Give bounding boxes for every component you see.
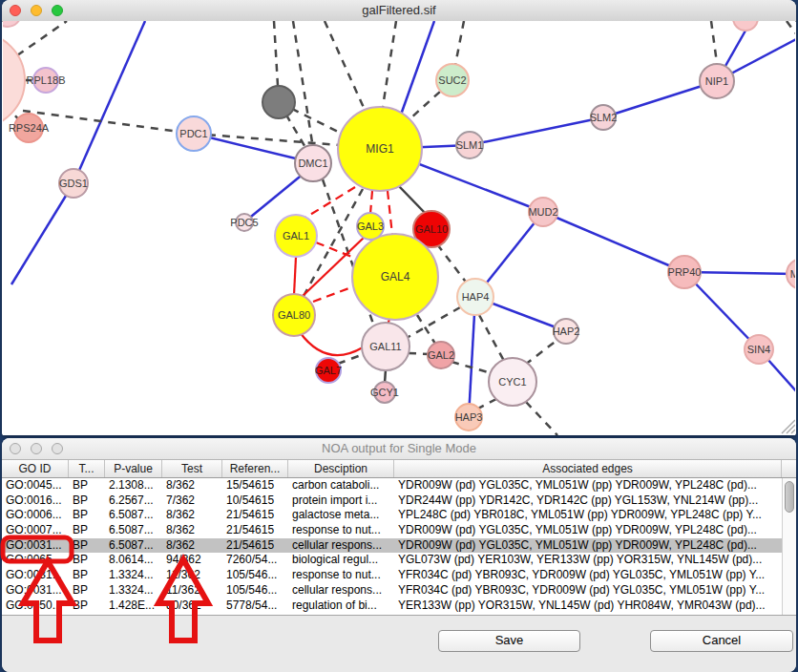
table-cell: BP [69, 523, 105, 538]
save-button[interactable]: Save [438, 630, 580, 652]
table-row[interactable]: GO:0007...BP6.5087...8/36221/54615respon… [2, 523, 782, 538]
edge-dash[interactable] [293, 21, 315, 160]
node-big-left[interactable] [3, 32, 25, 128]
table-cell: 94/362 [162, 553, 222, 568]
table-cell: cellular respons... [288, 538, 394, 554]
edge-dark[interactable] [398, 185, 426, 214]
column-header-associated-edges[interactable]: Associated edges [394, 460, 782, 477]
cancel-button[interactable]: Cancel [650, 630, 793, 652]
edge-dash[interactable] [787, 21, 795, 36]
edge-rdash[interactable] [305, 187, 355, 218]
table-cell: YPL248C (pd) YBR018C, YML051W (pp) YDR00… [394, 508, 782, 523]
edge-pp[interactable] [401, 21, 434, 115]
column-header-test[interactable]: Test [162, 460, 222, 477]
node-DMC1[interactable]: DMC1 [295, 145, 331, 181]
table-row[interactable]: GO:0031...BP6.5087...8/36221/54615cellul… [2, 538, 782, 554]
node-GAL3[interactable]: GAL3 [357, 213, 384, 240]
node-RPS24A[interactable]: RPS24A [9, 114, 50, 142]
table-row[interactable]: GO:0031...BP1.3324...11/362105/546...res… [2, 568, 782, 583]
network-graph: RPL18BRPS24AGDS1PDC1DMC1MIG1SUC2SLM1SLM2… [3, 21, 795, 435]
node-GAL2[interactable]: GAL2 [428, 342, 454, 368]
edge-red[interactable] [294, 257, 296, 295]
edge-redcurve[interactable] [300, 332, 363, 355]
node-GCY1[interactable]: GCY1 [370, 382, 399, 403]
node-NIP1[interactable]: NIP1 [700, 64, 734, 98]
edge-dash[interactable] [526, 402, 557, 435]
node-corner-tr[interactable] [733, 21, 758, 31]
edge-dark[interactable] [385, 369, 386, 383]
node-MUD2[interactable]: MUD2 [528, 198, 557, 226]
node-GAL11[interactable]: GAL11 [362, 323, 410, 370]
node-label: GAL4 [381, 270, 410, 284]
table-row[interactable]: GO:0006...BP6.5087...8/36221/54615galact… [2, 508, 782, 523]
node-label: SLM1 [456, 139, 484, 151]
edge-dash[interactable] [17, 21, 67, 55]
resize-grip[interactable] [782, 420, 795, 433]
node-MSN[interactable]: MSN [787, 259, 795, 289]
column-header-referen-[interactable]: Referen... [222, 460, 288, 477]
node-SUC2[interactable]: SUC2 [436, 64, 469, 96]
table-cell: GO:0016... [2, 494, 69, 509]
node-label: PRP40 [668, 266, 702, 278]
table-row[interactable]: GO:0016...BP6.2567...7/36210/54615protei… [2, 494, 782, 509]
node-label: SLM2 [590, 112, 618, 123]
node-HAP3[interactable]: HAP3 [455, 404, 483, 430]
node-GAL4[interactable]: GAL4 [352, 234, 438, 320]
node-SLM2[interactable]: SLM2 [590, 105, 618, 130]
edge-rdash[interactable] [313, 286, 354, 302]
edge-rdash[interactable] [370, 191, 372, 214]
edge-pp[interactable] [74, 21, 145, 183]
table-cell: BP [69, 568, 105, 583]
node-PDC1[interactable]: PDC1 [177, 116, 211, 151]
node-HAP4[interactable]: HAP4 [457, 279, 494, 315]
edge-pp[interactable] [11, 183, 74, 284]
node-SIN4[interactable]: SIN4 [745, 335, 773, 364]
column-header-p-value[interactable]: P-value [105, 460, 162, 477]
edge-dash[interactable] [479, 315, 504, 361]
vertical-scrollbar[interactable] [782, 478, 796, 615]
edge-dash[interactable] [525, 340, 557, 365]
edge-dash[interactable] [455, 21, 464, 65]
column-header-go-id[interactable]: GO ID [2, 460, 69, 477]
column-header-desciption[interactable]: Desciption [288, 460, 394, 477]
node-label: SUC2 [438, 74, 466, 86]
table-row[interactable]: GO:0031...BP1.3324...11/362105/546...cel… [2, 583, 782, 598]
edge-dash[interactable] [437, 244, 468, 284]
table-cell: 105/546... [222, 583, 288, 598]
table-cell: 80/362 [162, 598, 222, 614]
scrollbar-thumb[interactable] [785, 481, 794, 513]
node-PDC5[interactable]: PDC5 [230, 214, 258, 231]
edge-dash[interactable] [711, 21, 717, 63]
node-gray-node[interactable] [262, 86, 295, 118]
edge-pp[interactable] [470, 117, 603, 145]
node-label: HAP3 [455, 411, 483, 423]
node-MIG1[interactable]: MIG1 [338, 107, 422, 191]
node-PRP40[interactable]: PRP40 [668, 256, 702, 288]
edge-dash[interactable] [383, 21, 396, 107]
node-label: MSN [790, 268, 795, 280]
node-GDS1[interactable]: GDS1 [59, 169, 88, 198]
node-RPL18B[interactable]: RPL18B [27, 68, 66, 93]
table-row[interactable]: GO:0065...BP8.0614...94/3627260/54...bio… [2, 553, 782, 568]
node-corner-tl[interactable] [3, 21, 21, 27]
edge-dash[interactable] [325, 21, 365, 110]
edge-pp[interactable] [543, 212, 684, 272]
node-label: GCY1 [370, 387, 399, 398]
edge-rdash[interactable] [388, 191, 392, 235]
noa-window-titlebar[interactable]: NOA output for Single Mode [2, 438, 796, 460]
column-header-t-[interactable]: T... [69, 460, 105, 477]
node-GAL7[interactable]: GAL7 [315, 358, 342, 383]
node-label: GAL1 [283, 230, 309, 242]
node-GAL1[interactable]: GAL1 [275, 215, 317, 257]
table-row[interactable]: GO:0045...BP2.1308...8/36215/54615carbon… [2, 478, 782, 494]
network-window-titlebar[interactable]: galFiltered.sif [2, 0, 796, 22]
network-canvas[interactable]: RPL18BRPS24AGDS1PDC1DMC1MIG1SUC2SLM1SLM2… [3, 21, 795, 435]
node-SLM1[interactable]: SLM1 [456, 132, 484, 158]
edge-dash[interactable] [409, 353, 430, 354]
dialog-footer: Save Cancel [2, 615, 796, 672]
table-row[interactable]: GO:0050...BP1.428E...80/3625778/54...reg… [2, 598, 782, 614]
node-CYC1[interactable]: CYC1 [489, 358, 536, 406]
node-HAP2[interactable]: HAP2 [553, 319, 580, 344]
table-cell: 1.3324... [105, 568, 162, 583]
node-GAL80[interactable]: GAL80 [273, 294, 315, 336]
